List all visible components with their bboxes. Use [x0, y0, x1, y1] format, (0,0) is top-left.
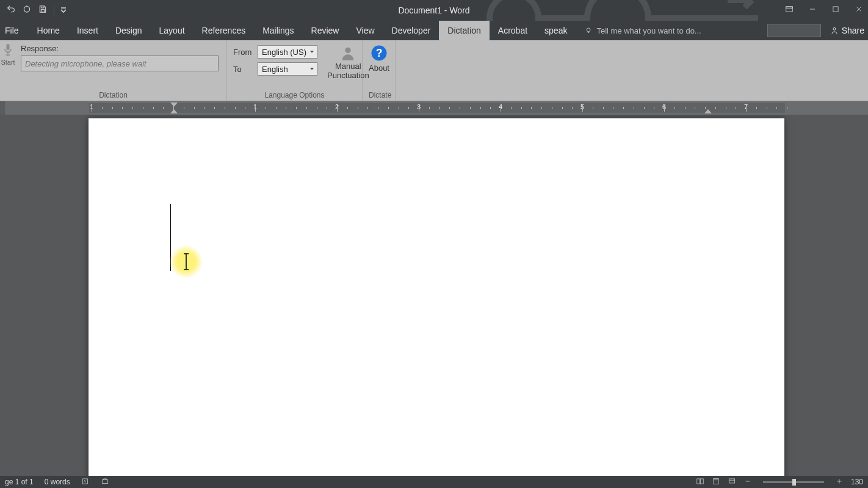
left-indent-marker[interactable]	[170, 109, 178, 113]
to-language-value: English	[262, 65, 288, 74]
maximize-button[interactable]	[831, 5, 840, 16]
svg-rect-6	[833, 7, 838, 12]
from-language-value: English (US)	[262, 48, 306, 57]
titlebar-decoration	[465, 0, 770, 21]
qat-separator	[54, 5, 54, 16]
svg-point-10	[345, 48, 351, 53]
tell-me-placeholder: Tell me what you want to do...	[596, 26, 701, 35]
tab-insert[interactable]: Insert	[68, 21, 107, 40]
window-title: Document1 - Word	[0, 5, 868, 15]
from-language-dropdown[interactable]: English (US)	[258, 45, 317, 59]
view-web-layout-button[interactable]	[728, 477, 736, 487]
ruler: 1 1 2 3 4 5 6 7	[0, 101, 868, 115]
tab-references[interactable]: References	[193, 21, 255, 40]
share-icon	[830, 26, 839, 35]
svg-text:?: ?	[376, 47, 383, 59]
minimize-button[interactable]	[808, 5, 817, 16]
svg-point-2	[490, 0, 538, 21]
zoom-out-button[interactable]	[743, 477, 752, 487]
tab-home[interactable]: Home	[29, 21, 68, 40]
svg-rect-5	[786, 7, 793, 8]
lightbulb-icon	[584, 26, 593, 35]
about-button[interactable]: ? About	[369, 44, 389, 73]
group-label-dictate: Dictate	[369, 90, 389, 99]
header-search-input[interactable]	[767, 24, 821, 37]
svg-rect-1	[41, 10, 44, 12]
microphone-icon	[2, 43, 14, 57]
tab-file[interactable]: File	[0, 21, 29, 40]
horizontal-ruler[interactable]: 1 1 2 3 4 5 6 7	[6, 101, 868, 115]
document-page[interactable]	[89, 118, 784, 476]
svg-point-8	[833, 27, 836, 30]
status-word-count[interactable]: 0 words	[45, 478, 70, 486]
view-read-mode-button[interactable]	[696, 477, 704, 487]
chevron-down-icon	[309, 49, 314, 54]
to-language-dropdown[interactable]: English	[258, 62, 317, 76]
svg-point-7	[587, 28, 591, 32]
ribbon-group-dictation: Start Response: Dictation	[0, 40, 227, 101]
quick-access-toolbar	[0, 0, 67, 21]
share-button[interactable]: Share	[830, 26, 864, 35]
ruler-corner	[0, 101, 6, 115]
svg-point-0	[24, 6, 29, 12]
tab-mailings[interactable]: Mailings	[254, 21, 302, 40]
redo-button[interactable]	[22, 4, 32, 16]
chevron-down-icon	[309, 66, 314, 71]
statusbar: ge 1 of 1 0 words 130	[0, 476, 868, 488]
tab-layout[interactable]: Layout	[151, 21, 193, 40]
svg-point-3	[587, 0, 648, 21]
response-input[interactable]	[21, 56, 219, 71]
svg-rect-15	[697, 478, 700, 483]
group-label-language: Language Options	[233, 90, 356, 99]
svg-rect-4	[786, 7, 793, 12]
tab-review[interactable]: Review	[303, 21, 348, 40]
dictation-start-button[interactable]: Start	[0, 43, 16, 66]
status-macro-button[interactable]	[101, 477, 109, 487]
window-controls	[785, 5, 868, 16]
zoom-level[interactable]: 130	[851, 478, 863, 486]
status-page[interactable]: ge 1 of 1	[5, 478, 34, 486]
group-label-dictation: Dictation	[6, 90, 220, 99]
ribbon-display-options-button[interactable]	[785, 5, 794, 16]
dictation-start-label: Start	[1, 59, 15, 66]
right-indent-marker[interactable]	[704, 109, 712, 113]
tab-acrobat[interactable]: Acrobat	[490, 21, 536, 40]
close-button[interactable]	[855, 5, 863, 16]
about-label: About	[369, 63, 389, 73]
svg-rect-16	[701, 478, 704, 483]
tab-developer[interactable]: Developer	[383, 21, 439, 40]
tab-design[interactable]: Design	[107, 21, 151, 40]
qat-customize-button[interactable]	[60, 5, 67, 16]
svg-rect-17	[714, 478, 718, 484]
share-label: Share	[842, 26, 864, 35]
ribbon-group-language-options: From English (US) To English Manual	[227, 40, 363, 101]
tab-view[interactable]: View	[347, 21, 383, 40]
help-icon: ?	[370, 44, 388, 62]
tabbar-right: Share	[767, 21, 868, 40]
document-area[interactable]	[0, 115, 868, 476]
to-label: To	[233, 65, 254, 74]
status-spellcheck-button[interactable]	[81, 477, 90, 487]
titlebar: Document1 - Word	[0, 0, 868, 21]
manual-punctuation-label1: Manual	[335, 62, 361, 71]
response-label: Response:	[21, 44, 219, 53]
person-icon	[339, 44, 356, 62]
tab-speak[interactable]: speak	[536, 21, 576, 40]
ribbon-group-dictate: ? About Dictate	[363, 40, 396, 101]
ribbon: Start Response: Dictation From English (…	[0, 40, 868, 101]
text-caret	[170, 204, 171, 271]
svg-rect-14	[102, 479, 107, 483]
tell-me-search[interactable]: Tell me what you want to do...	[584, 21, 701, 40]
svg-rect-18	[729, 478, 734, 483]
zoom-slider[interactable]	[763, 481, 824, 483]
from-label: From	[233, 48, 254, 57]
svg-rect-9	[7, 44, 10, 50]
tab-dictation[interactable]: Dictation	[439, 21, 489, 40]
view-print-layout-button[interactable]	[712, 477, 720, 487]
first-line-indent-marker[interactable]	[170, 102, 178, 107]
ribbon-tabbar: File Home Insert Design Layout Reference…	[0, 21, 868, 40]
save-button[interactable]	[38, 4, 48, 16]
zoom-in-button[interactable]	[835, 477, 844, 487]
undo-button[interactable]	[6, 4, 16, 16]
